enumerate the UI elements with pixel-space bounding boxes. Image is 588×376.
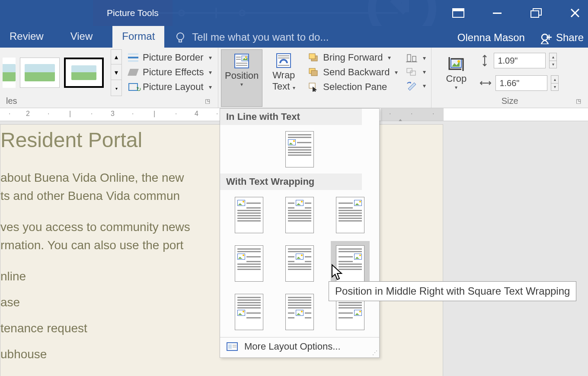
group-picture-styles: ▴ ▾ ▾ Picture Border Picture Effects Pic…: [0, 48, 218, 108]
bring-forward-icon: [307, 52, 320, 63]
picture-styles-gallery[interactable]: ▴ ▾ ▾: [3, 49, 122, 96]
svg-point-1: [179, 10, 184, 16]
spin-up-icon[interactable]: ▴: [550, 53, 556, 61]
picture-layout-label: Picture Layout: [143, 81, 204, 93]
height-row: ▴▾: [479, 53, 559, 68]
group-button[interactable]: [404, 66, 428, 78]
ruler-tick: ·: [91, 110, 93, 118]
spin-down-icon[interactable]: ▾: [550, 61, 556, 68]
wrap-text-button[interactable]: Wrap Text ▾: [265, 49, 302, 107]
wrap-text-label1: Wrap: [272, 70, 295, 80]
ruler-tick: ·: [411, 110, 412, 118]
picture-border-button[interactable]: Picture Border: [125, 51, 214, 64]
send-backward-button[interactable]: Send Backward: [306, 66, 399, 79]
position-icon: [233, 52, 250, 70]
rotate-button[interactable]: [404, 80, 428, 92]
svg-rect-30: [410, 71, 415, 75]
crop-button[interactable]: Crop ▾: [438, 53, 475, 91]
position-inline-option[interactable]: [285, 131, 314, 167]
width-spinner[interactable]: ▴▾: [551, 75, 559, 91]
position-top-right[interactable]: [336, 197, 364, 233]
picture-border-icon: [127, 52, 139, 63]
group-label-size: Size: [502, 96, 518, 106]
dialog-launcher-icon[interactable]: ◳: [203, 97, 212, 106]
position-label: Position: [225, 71, 259, 81]
svg-rect-5: [493, 13, 502, 14]
ruler-tick: ·: [9, 110, 10, 118]
more-layout-icon: [226, 342, 238, 351]
position-dropdown: In Line with Text With Text Wrapping: [220, 108, 380, 358]
contextual-tab-title: Picture Tools: [93, 0, 173, 26]
height-input[interactable]: [494, 53, 546, 68]
picture-style-option[interactable]: [20, 58, 60, 88]
gallery-expand-icon[interactable]: ▾: [111, 81, 121, 96]
picture-effects-icon: [127, 67, 139, 77]
ruler-tick: |: [69, 110, 71, 118]
svg-rect-16: [236, 65, 247, 66]
gallery-scroll-up-icon[interactable]: ▴: [111, 50, 121, 64]
more-layout-options[interactable]: More Layout Options... ⋰: [220, 337, 379, 357]
selection-pane-label: Selection Pane: [323, 81, 387, 93]
tell-me-placeholder: Tell me what you want to do...: [192, 31, 329, 43]
svg-rect-15: [236, 63, 247, 64]
group-size: Crop ▾ ▴▾ ▴▾ Size ◳: [431, 48, 588, 108]
ribbon-display-options-icon[interactable]: [450, 4, 467, 22]
ribbon: ▴ ▾ ▾ Picture Border Picture Effects Pic…: [0, 48, 588, 108]
restore-icon[interactable]: [527, 4, 545, 22]
minimize-icon[interactable]: [489, 4, 506, 22]
position-top-center[interactable]: [285, 197, 314, 233]
svg-rect-25: [309, 83, 315, 88]
width-input[interactable]: [495, 75, 547, 91]
svg-rect-34: [228, 344, 232, 349]
wrap-text-label2: Text: [272, 81, 290, 92]
resize-grip-icon[interactable]: ⋰: [372, 350, 377, 356]
user-name[interactable]: Olenna Mason: [457, 32, 525, 44]
bring-forward-button[interactable]: Bring Forward: [306, 51, 399, 64]
position-middle-right[interactable]: [336, 245, 364, 282]
wrap-text-icon: [275, 52, 292, 69]
spin-up-icon[interactable]: ▴: [551, 76, 558, 84]
selection-pane-button[interactable]: Selection Pane: [306, 80, 399, 93]
more-layout-label: More Layout Options...: [244, 341, 341, 352]
dialog-launcher-icon[interactable]: ◳: [574, 97, 583, 106]
tab-review[interactable]: Review: [0, 26, 53, 48]
gallery-scroll[interactable]: ▴ ▾ ▾: [111, 49, 122, 96]
svg-point-32: [457, 60, 460, 63]
gallery-scroll-down-icon[interactable]: ▾: [111, 65, 121, 80]
close-icon[interactable]: [566, 4, 584, 22]
spin-down-icon[interactable]: ▾: [551, 84, 558, 91]
position-top-left[interactable]: [235, 197, 263, 233]
position-middle-left[interactable]: [235, 245, 263, 282]
svg-point-2: [240, 10, 245, 16]
svg-rect-24: [311, 71, 317, 76]
align-icon: [406, 53, 418, 63]
send-backward-icon: [307, 67, 320, 77]
svg-rect-13: [236, 57, 241, 58]
tab-view[interactable]: View: [61, 26, 102, 48]
position-bottom-left[interactable]: [235, 294, 263, 330]
picture-effects-button[interactable]: Picture Effects: [125, 66, 214, 79]
picture-style-option-selected[interactable]: [64, 58, 104, 88]
height-spinner[interactable]: ▴▾: [549, 53, 557, 68]
width-row: ▴▾: [479, 75, 559, 91]
tell-me-search[interactable]: Tell me what you want to do...: [175, 31, 329, 48]
picture-adjust-commands: Picture Border Picture Effects Picture L…: [125, 49, 214, 96]
picture-style-option[interactable]: [3, 58, 16, 88]
position-bottom-center[interactable]: [285, 294, 314, 330]
group-arrange: Position ▾ Wrap Text ▾ Bring Forward Sen…: [218, 48, 431, 108]
tab-format[interactable]: Format: [112, 26, 164, 48]
ruler-tick: |: [153, 110, 155, 118]
arrange-commands: Bring Forward Send Backward Selection Pa…: [305, 49, 400, 107]
align-button[interactable]: [404, 52, 428, 64]
position-middle-center[interactable]: [285, 245, 314, 282]
share-button[interactable]: Share: [540, 31, 584, 44]
svg-rect-27: [412, 56, 416, 61]
position-button[interactable]: Position ▾: [221, 49, 262, 107]
tooltip: Position in Middle Right with Square Tex…: [329, 281, 576, 301]
svg-rect-20: [278, 65, 289, 66]
doc-text: about Buena Vida Online, the new: [0, 171, 184, 184]
picture-layout-button[interactable]: Picture Layout: [125, 80, 214, 93]
picture-effects-label: Picture Effects: [143, 67, 204, 78]
title-bar: Picture Tools: [0, 0, 588, 26]
rotate-icon: [406, 80, 418, 91]
